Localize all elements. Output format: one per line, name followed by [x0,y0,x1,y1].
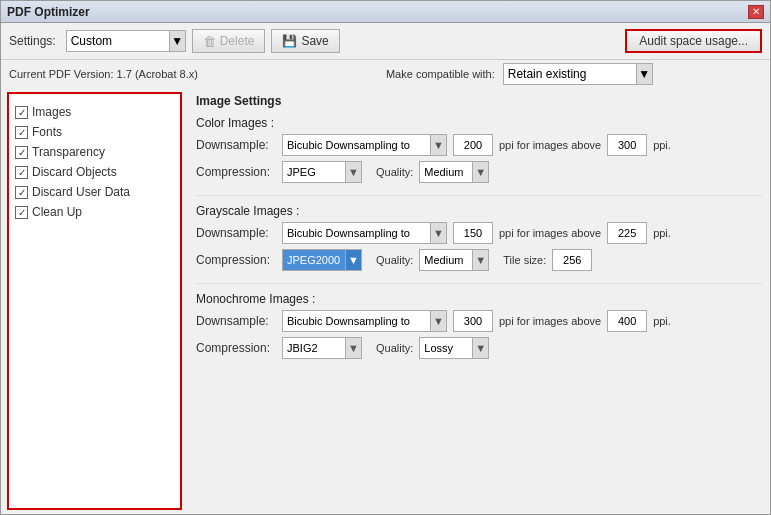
save-icon: 💾 [282,34,297,48]
color-downsample-select[interactable]: Bicubic Downsampling to ▼ [282,134,447,156]
color-compression-select[interactable]: JPEG ▼ [282,161,362,183]
monochrome-images-section: Monochrome Images : Downsample: Bicubic … [196,292,762,359]
mono-quality-arrow: ▼ [472,338,488,358]
gray-quality-label: Quality: [376,254,413,266]
color-compression-label: Compression: [196,165,276,179]
color-quality-select[interactable]: Medium ▼ [419,161,489,183]
save-button[interactable]: 💾 Save [271,29,339,53]
settings-combo-arrow: ▼ [169,31,185,51]
color-quality-arrow: ▼ [472,162,488,182]
color-compression-arrow: ▼ [345,162,361,182]
sidebar: Images Fonts Transparency Discard Object… [7,92,182,510]
title-bar: PDF Optimizer ✕ [1,1,770,23]
make-compatible-combo[interactable]: Retain existing ▼ [503,63,653,85]
right-panel: Image Settings Color Images : Downsample… [188,88,770,514]
compat-combo-arrow: ▼ [636,64,652,84]
delete-button[interactable]: 🗑 Delete [192,29,266,53]
audit-button[interactable]: Audit space usage... [625,29,762,53]
gray-above-ppi-input[interactable]: 225 [607,222,647,244]
sidebar-item-discard-user-data[interactable]: Discard User Data [13,182,176,202]
sidebar-label-clean-up: Clean Up [32,205,82,219]
mono-ppi-for-label: ppi for images above [499,315,601,327]
sidebar-item-fonts[interactable]: Fonts [13,122,176,142]
discard-objects-checkbox[interactable] [15,166,28,179]
make-compatible-label: Make compatible with: [386,68,495,80]
gray-downsample-select[interactable]: Bicubic Downsampling to ▼ [282,222,447,244]
clean-up-checkbox[interactable] [15,206,28,219]
images-checkbox[interactable] [15,106,28,119]
mono-downsample-select[interactable]: Bicubic Downsampling to ▼ [282,310,447,332]
gray-quality-arrow: ▼ [472,250,488,270]
gray-compression-label: Compression: [196,253,276,267]
mono-compression-arrow: ▼ [345,338,361,358]
main-content: Images Fonts Transparency Discard Object… [1,88,770,514]
color-compression-row: Compression: JPEG ▼ Quality: Medium ▼ [196,161,762,183]
color-downsample-ppi-input[interactable]: 200 [453,134,493,156]
image-settings-title: Image Settings [196,94,762,108]
sidebar-item-images[interactable]: Images [13,102,176,122]
close-button[interactable]: ✕ [748,5,764,19]
fonts-checkbox[interactable] [15,126,28,139]
transparency-checkbox[interactable] [15,146,28,159]
mono-downsample-label: Downsample: [196,314,276,328]
pdf-optimizer-window: PDF Optimizer ✕ Settings: Custom ▼ 🗑 Del… [0,0,771,515]
gray-downsample-row: Downsample: Bicubic Downsampling to ▼ 15… [196,222,762,244]
gray-tilesize-input[interactable]: 256 [552,249,592,271]
settings-label: Settings: [9,34,56,48]
sidebar-label-images: Images [32,105,71,119]
sidebar-item-discard-objects[interactable]: Discard Objects [13,162,176,182]
gray-ppi-for-label: ppi for images above [499,227,601,239]
sidebar-item-transparency[interactable]: Transparency [13,142,176,162]
color-downsample-label: Downsample: [196,138,276,152]
info-bar: Current PDF Version: 1.7 (Acrobat 8.x) M… [1,60,770,88]
grayscale-images-section: Grayscale Images : Downsample: Bicubic D… [196,204,762,271]
delete-icon: 🗑 [203,34,216,49]
sidebar-label-fonts: Fonts [32,125,62,139]
gray-tilesize-label: Tile size: [503,254,546,266]
color-quality-label: Quality: [376,166,413,178]
mono-compression-row: Compression: JBIG2 ▼ Quality: Lossy ▼ [196,337,762,359]
mono-compression-select[interactable]: JBIG2 ▼ [282,337,362,359]
mono-ppi-suffix: ppi. [653,315,671,327]
monochrome-images-title: Monochrome Images : [196,292,762,306]
gray-compression-arrow: ▼ [345,250,361,270]
gray-compression-select[interactable]: JPEG2000 ▼ [282,249,362,271]
sidebar-label-discard-objects: Discard Objects [32,165,117,179]
grayscale-images-title: Grayscale Images : [196,204,762,218]
mono-quality-label: Quality: [376,342,413,354]
color-ppi-for-label: ppi for images above [499,139,601,151]
gray-downsample-ppi-input[interactable]: 150 [453,222,493,244]
mono-above-ppi-input[interactable]: 400 [607,310,647,332]
current-version-text: Current PDF Version: 1.7 (Acrobat 8.x) [9,68,198,80]
window-title: PDF Optimizer [7,5,90,19]
gray-ppi-suffix: ppi. [653,227,671,239]
mono-downsample-arrow: ▼ [430,311,446,331]
mono-quality-select[interactable]: Lossy ▼ [419,337,489,359]
color-images-section: Color Images : Downsample: Bicubic Downs… [196,116,762,183]
toolbar: Settings: Custom ▼ 🗑 Delete 💾 Save Audit… [1,23,770,60]
gray-quality-select[interactable]: Medium ▼ [419,249,489,271]
sidebar-item-clean-up[interactable]: Clean Up [13,202,176,222]
mono-downsample-row: Downsample: Bicubic Downsampling to ▼ 30… [196,310,762,332]
sidebar-label-discard-user-data: Discard User Data [32,185,130,199]
color-ppi-suffix: ppi. [653,139,671,151]
color-above-ppi-input[interactable]: 300 [607,134,647,156]
discard-user-data-checkbox[interactable] [15,186,28,199]
settings-combo[interactable]: Custom ▼ [66,30,186,52]
mono-compression-label: Compression: [196,341,276,355]
color-images-title: Color Images : [196,116,762,130]
gray-downsample-arrow: ▼ [430,223,446,243]
color-downsample-row: Downsample: Bicubic Downsampling to ▼ 20… [196,134,762,156]
mono-downsample-ppi-input[interactable]: 300 [453,310,493,332]
gray-downsample-label: Downsample: [196,226,276,240]
color-downsample-arrow: ▼ [430,135,446,155]
sidebar-label-transparency: Transparency [32,145,105,159]
gray-compression-row: Compression: JPEG2000 ▼ Quality: Medium … [196,249,762,271]
